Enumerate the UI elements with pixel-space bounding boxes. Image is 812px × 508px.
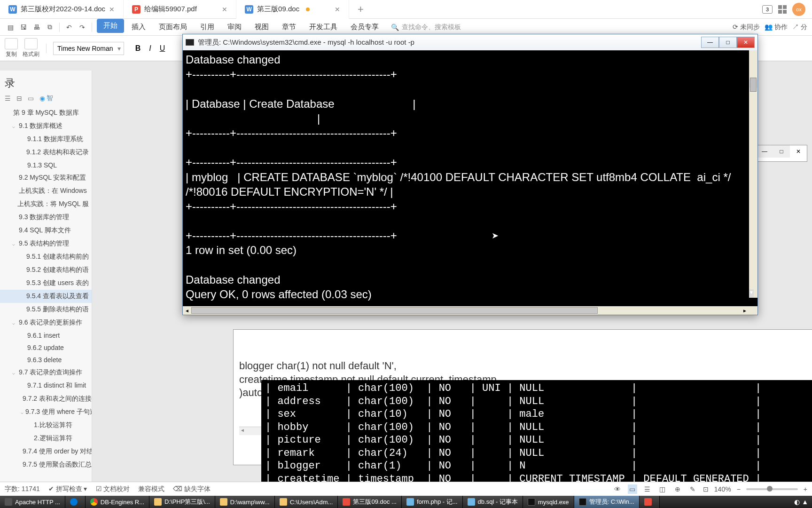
zoom-fit-icon[interactable]: ⊡ [703,485,709,493]
taskbar-item-9[interactable]: mysqld.exe [523,496,574,508]
taskbar-item-10[interactable]: 管理员: C:\Win... [574,496,640,508]
zoom-in[interactable]: + [804,485,807,493]
taskbar-item-5[interactable]: C:\Users\Adm... [275,496,338,508]
cmd-titlebar[interactable]: 管理员: C:\Windows\system32\cmd.exe - mysql… [183,34,757,50]
collapse-tool-icon[interactable]: ▭ [28,95,34,102]
spellcheck-toggle[interactable]: ✔ 拼写检查 ▾ [48,485,87,493]
taskbar-item-3[interactable]: D:\PHP第三版\... [149,496,215,508]
ribbon-tab-2[interactable]: 页面布局 [152,19,194,36]
missing-fonts[interactable]: ⌫ 缺失字体 [173,485,211,493]
outline-item[interactable]: 9.6.2 update [0,341,92,354]
outline-item[interactable]: 9.6.1 insert [0,329,92,341]
redo-icon[interactable]: ↷ [77,22,88,33]
outline-item[interactable]: 9.5.4 查看表以及查看 [0,290,92,303]
ribbon-tab-1[interactable]: 插入 [125,19,152,36]
window-count-box[interactable]: 3 [762,5,773,14]
collab-button[interactable]: 👥 协作 [765,23,788,32]
outline-item[interactable]: 9.1.1 数据库理系统 [0,133,92,146]
user-avatar[interactable]: ox [792,3,805,16]
ribbon-tab-6[interactable]: 章节 [275,19,303,36]
tab-close-icon[interactable]: ✕ [335,6,340,13]
outline-item[interactable]: 9.7.4 使用 order by 对结... [0,445,92,458]
zoom-slider[interactable] [746,488,798,490]
cmd-max-button[interactable]: □ [719,37,737,48]
print-icon[interactable]: 🖶 [31,22,42,33]
proofread-toggle[interactable]: ☑ 文档校对 [96,485,130,493]
apps-grid-icon[interactable] [778,5,787,14]
taskbar-item-8[interactable]: db.sql - 记事本 [463,496,523,508]
taskbar-item-1[interactable] [65,496,86,508]
share-button[interactable]: ↗ 分 [792,23,807,32]
eye-icon[interactable]: 👁 [613,484,622,494]
doc-tab-0[interactable]: W第三版校对2022-09-14.doc✕ [0,0,124,19]
cmd-resize-grip[interactable] [749,306,757,315]
cmd-close-button[interactable]: ✕ [737,37,755,48]
outline-item[interactable]: 2.逻辑运算符 [0,432,92,445]
outline-item[interactable]: 上机实践：在 Windows [0,184,92,198]
read-view-icon[interactable]: ◫ [658,484,667,494]
sync-status[interactable]: ⟳ 未同步 [733,23,760,32]
doc-tab-2[interactable]: W第三版09.doc✕ [236,0,349,19]
outline-item[interactable]: ⌵9.5 表结构的管理 [0,237,92,250]
underline-button[interactable]: U [157,43,168,54]
outline-item[interactable]: 9.5.5 删除表结构的语 [0,303,92,316]
undo-icon[interactable]: ↶ [63,22,75,33]
outline-item[interactable]: 9.1.3 SQL [0,159,92,171]
zoom-out[interactable]: − [737,485,741,493]
cmd-vscrollbar[interactable]: ▲▼ [749,50,757,298]
format-painter[interactable]: 格式刷 [23,38,39,58]
outline-item[interactable]: 9.7.2 表和表之间的连接 [0,392,92,405]
command-search[interactable]: 🔍 查找命令、搜索模板 [391,23,461,32]
outline-view-icon[interactable]: ☰ [643,484,652,494]
outline-item[interactable]: ⌵9.7.3 使用 where 子句过 ... [0,405,92,419]
word-count[interactable]: 字数: 11741 [5,485,40,493]
outline-item[interactable]: 9.2 MySQL 安装和配置 [0,171,92,184]
ribbon-tab-0[interactable]: 开始 [97,19,124,33]
outline-item[interactable]: ⌵9.6 表记录的更新操作 [0,316,92,329]
outline-item[interactable]: 9.3 数据库的管理 [0,211,92,224]
outline-item[interactable]: 1.比较运算符 [0,419,92,432]
bold-button[interactable]: B [133,43,144,54]
taskbar-item-0[interactable]: Apache HTTP ... [0,496,65,508]
tab-close-icon[interactable]: ✕ [109,6,115,13]
taskbar-item-4[interactable]: D:\wamp\ww... [215,496,275,508]
ribbon-tab-8[interactable]: 会员专享 [344,19,385,36]
taskbar-item-6[interactable]: 第三版09.doc ... [338,496,401,508]
taskbar-item-2[interactable]: DB-Engines R... [86,496,149,508]
system-tray[interactable]: ◐ ▲ [790,496,812,508]
outline-item[interactable]: 9.7.1 distinct 和 limit [0,379,92,392]
zoom-level[interactable]: 140% [714,485,731,493]
web-view-icon[interactable]: ⊕ [673,484,682,494]
outline-item[interactable]: 9.4 SQL 脚本文件 [0,224,92,237]
outline-item[interactable]: 9.7.5 使用聚合函数汇总结 ... [0,458,92,471]
outline-item[interactable]: 9.1.2 表结构和表记录 [0,146,92,159]
locate-tool-icon[interactable]: ⊟ [16,95,22,102]
ribbon-tab-4[interactable]: 审阅 [221,19,248,36]
cmd-hscrollbar[interactable]: ◄► [183,306,749,315]
ribbon-tab-7[interactable]: 开发工具 [303,19,344,36]
bg-max-button[interactable]: □ [773,145,790,158]
italic-button[interactable]: I [145,43,156,54]
bg-close-button[interactable]: ✕ [790,145,807,158]
bg-min-button[interactable]: — [756,145,773,158]
compat-mode[interactable]: 兼容模式 [138,485,164,493]
save-icon[interactable]: 🖫 [18,22,29,33]
outline-item[interactable]: ⌵9.1 数据库概述 [0,119,92,133]
cmd-min-button[interactable]: — [701,37,719,48]
font-family-select[interactable]: Times New Roman [53,42,124,55]
smart-outline[interactable]: ◉ 智 [39,94,53,103]
ribbon-tab-5[interactable]: 视图 [248,19,275,36]
page-view-icon[interactable]: ▭ [628,484,637,494]
menu-icon[interactable]: ▤ [5,22,16,33]
outline-item[interactable]: 9.5.2 创建表结构的语 [0,263,92,277]
taskbar-item-11[interactable] [640,496,660,508]
ribbon-tab-3[interactable]: 引用 [194,19,221,36]
copy-group[interactable]: 复制 [5,38,18,58]
outline-item[interactable]: 9.5.1 创建表结构前的 [0,250,92,263]
tab-close-icon[interactable]: ✕ [222,6,227,13]
outline-item[interactable]: 第 9 章 MySQL 数据库 [0,106,92,119]
outline-item[interactable]: 9.5.3 创建 users 表的 [0,277,92,290]
preview-icon[interactable]: ⧉ [44,22,55,33]
cmd-body[interactable]: Database changed +----------+-----------… [183,50,757,306]
outline-item[interactable]: 9.6.3 delete [0,354,92,366]
